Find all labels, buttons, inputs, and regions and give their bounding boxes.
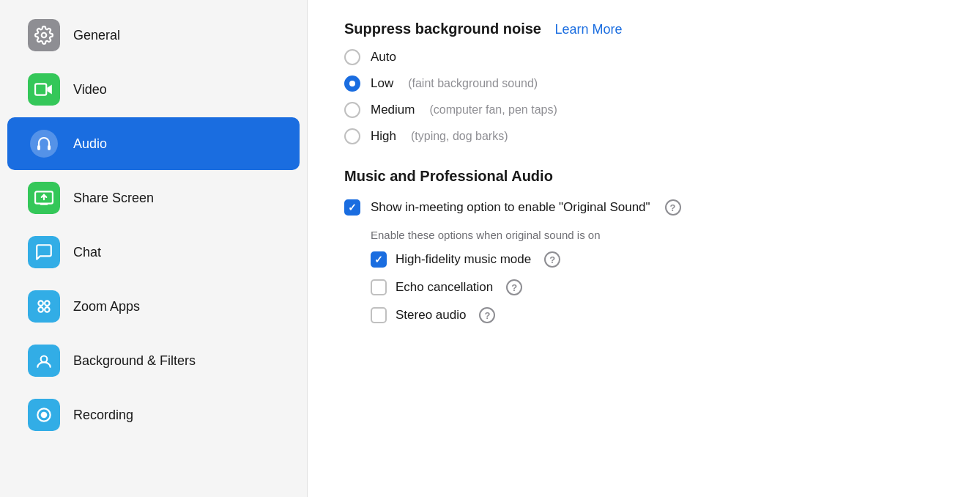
stereo-label: Stereo audio (396, 308, 466, 323)
radio-high-circle (344, 128, 360, 144)
bgfilters-icon-wrap (28, 345, 60, 377)
stereo-box (371, 307, 387, 323)
hifi-box (371, 251, 387, 268)
radio-low-circle (344, 76, 360, 92)
radio-auto-circle (344, 49, 360, 65)
sub-description: Enable these options when original sound… (371, 229, 943, 241)
show-original-sound-box (344, 199, 360, 216)
radio-high-label: High (371, 129, 396, 144)
stereo-checkbox[interactable]: Stereo audio ? (371, 307, 943, 323)
sidebar-item-video[interactable]: Video (7, 63, 300, 116)
radio-low[interactable]: Low (faint background sound) (344, 76, 943, 92)
sidebar-item-label-video: Video (73, 82, 107, 97)
radio-low-label: Low (371, 76, 393, 91)
svg-point-9 (45, 307, 50, 312)
svg-point-12 (41, 412, 48, 419)
sidebar-item-label-zoomapps: Zoom Apps (73, 299, 140, 314)
svg-point-0 (42, 33, 47, 38)
radio-medium-sublabel: (computer fan, pen taps) (429, 103, 557, 117)
sidebar-item-general[interactable]: General (7, 9, 300, 62)
echo-label: Echo cancellation (396, 280, 493, 295)
video-icon (34, 81, 53, 97)
radio-high[interactable]: High (typing, dog barks) (344, 128, 943, 144)
sidebar-item-label-general: General (73, 28, 120, 43)
radio-high-sublabel: (typing, dog barks) (411, 130, 508, 143)
svg-rect-1 (35, 84, 46, 95)
radio-medium-label: Medium (371, 103, 415, 117)
radio-auto-label: Auto (371, 50, 396, 65)
pro-audio-title: Music and Professional Audio (344, 168, 943, 185)
echo-checkbox[interactable]: Echo cancellation ? (371, 279, 943, 295)
sidebar-item-label-bgfilters: Background & Filters (73, 353, 196, 369)
hifi-label: High-fidelity music mode (396, 252, 531, 267)
main-content: Suppress background noise Learn More Aut… (308, 0, 980, 497)
sidebar-item-label-chat: Chat (73, 245, 101, 260)
svg-point-8 (38, 307, 43, 312)
sidebar-item-zoomapps[interactable]: Zoom Apps (7, 280, 300, 333)
sidebar-item-chat[interactable]: Chat (7, 226, 300, 279)
sidebar-item-audio[interactable]: Audio (7, 117, 300, 170)
sharescreen-icon (34, 190, 53, 206)
svg-point-7 (45, 301, 50, 306)
hifi-checkbox[interactable]: High-fidelity music mode ? (371, 251, 943, 268)
sidebar-item-label-recording: Recording (73, 408, 133, 423)
sidebar-item-bgfilters[interactable]: Background & Filters (7, 334, 300, 387)
show-original-sound-label: Show in-meeting option to enable "Origin… (371, 200, 650, 215)
sidebar: General Video Audio (0, 0, 308, 497)
echo-help-icon[interactable]: ? (506, 279, 522, 295)
sidebar-item-recording[interactable]: Recording (7, 389, 300, 441)
chat-icon (34, 243, 53, 262)
bgfilters-icon (34, 351, 53, 370)
gear-icon (34, 26, 53, 45)
suppress-noise-section: Suppress background noise Learn More (344, 21, 943, 37)
sub-options: High-fidelity music mode ? Echo cancella… (371, 251, 943, 323)
recording-icon (34, 405, 53, 424)
svg-rect-3 (37, 145, 40, 150)
video-icon-wrap (28, 73, 60, 106)
noise-radio-group: Auto Low (faint background sound) Medium… (344, 49, 943, 144)
suppress-noise-title: Suppress background noise (344, 21, 541, 37)
sidebar-item-label-sharescreen: Share Screen (73, 191, 154, 206)
svg-point-10 (41, 356, 48, 363)
radio-auto[interactable]: Auto (344, 49, 943, 65)
svg-point-2 (30, 130, 58, 158)
sidebar-item-label-audio: Audio (73, 136, 107, 152)
radio-low-sublabel: (faint background sound) (408, 77, 538, 90)
learn-more-link[interactable]: Learn More (554, 22, 622, 37)
audio-icon-wrap (28, 128, 60, 160)
svg-point-6 (38, 301, 43, 306)
echo-box (371, 279, 387, 295)
hifi-help-icon[interactable]: ? (544, 251, 560, 268)
show-original-sound-help-icon[interactable]: ? (665, 199, 681, 216)
headphones-icon (30, 130, 58, 158)
stereo-help-icon[interactable]: ? (479, 307, 495, 323)
zoomapps-icon (34, 297, 53, 316)
radio-medium[interactable]: Medium (computer fan, pen taps) (344, 102, 943, 118)
zoomapps-icon-wrap (28, 290, 60, 323)
recording-icon-wrap (28, 399, 60, 431)
svg-rect-4 (48, 145, 51, 150)
sharescreen-icon-wrap (28, 182, 60, 214)
chat-icon-wrap (28, 236, 60, 268)
show-original-sound-checkbox[interactable]: Show in-meeting option to enable "Origin… (344, 199, 943, 216)
radio-medium-circle (344, 102, 360, 118)
sidebar-item-sharescreen[interactable]: Share Screen (7, 172, 300, 224)
general-icon-wrap (28, 19, 60, 51)
